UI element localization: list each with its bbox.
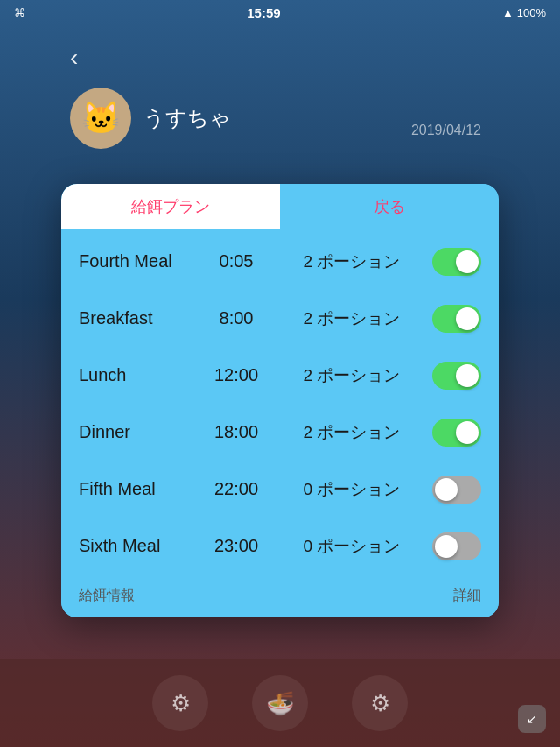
meal-portion-5: 0 ポーション: [271, 535, 432, 558]
meal-name-4: Fifth Meal: [79, 479, 201, 499]
meal-time-0: 0:05: [201, 251, 271, 271]
toggle-knob-0: [456, 250, 479, 273]
camera-icon: ⚙: [171, 690, 191, 717]
meal-list: Fourth Meal 0:05 2 ポーション Breakfast 8:00 …: [61, 229, 499, 578]
status-time: 15:59: [247, 5, 280, 20]
battery-indicator: ▲ 100%: [502, 6, 546, 19]
scroll-indicator: ↙: [518, 705, 546, 733]
tab-camera-button[interactable]: ⚙: [152, 675, 208, 731]
table-row: Fourth Meal 0:05 2 ポーション: [61, 233, 499, 290]
meal-time-2: 12:00: [201, 365, 271, 385]
toggle-knob-5: [435, 535, 458, 558]
status-bar: ⌘ 15:59 ▲ 100%: [0, 0, 560, 25]
pet-name: うすちゃ: [144, 104, 231, 132]
toggle-knob-3: [456, 421, 479, 444]
toggle-knob-4: [435, 478, 458, 501]
bowl-icon: 🍜: [266, 690, 294, 717]
tab-feed-button[interactable]: 🍜: [252, 675, 308, 731]
battery-label: 100%: [517, 6, 546, 19]
tab-back[interactable]: 戻る: [280, 184, 499, 229]
meal-portion-1: 2 ポーション: [271, 307, 432, 330]
meal-name-1: Breakfast: [79, 308, 201, 328]
feeding-plan-modal: 給餌プラン 戻る Fourth Meal 0:05 2 ポーション Breakf…: [61, 184, 499, 617]
meal-name-2: Lunch: [79, 365, 201, 385]
meal-name-3: Dinner: [79, 422, 201, 442]
signal-icon: ▲: [502, 6, 514, 19]
footer-details[interactable]: 詳細: [453, 587, 481, 605]
table-row: Fifth Meal 22:00 0 ポーション: [61, 461, 499, 518]
meal-time-5: 23:00: [201, 536, 271, 556]
meal-toggle-1[interactable]: [432, 305, 481, 333]
toggle-knob-2: [456, 364, 479, 387]
table-row: Sixth Meal 23:00 0 ポーション: [61, 518, 499, 574]
meal-portion-4: 0 ポーション: [271, 478, 432, 501]
back-chevron-icon: ‹: [70, 44, 78, 71]
meal-portion-0: 2 ポーション: [271, 250, 432, 273]
meal-toggle-2[interactable]: [432, 362, 481, 390]
meal-name-0: Fourth Meal: [79, 251, 201, 271]
meal-toggle-0[interactable]: [432, 248, 481, 276]
meal-time-4: 22:00: [201, 479, 271, 499]
table-row: Breakfast 8:00 2 ポーション: [61, 290, 499, 347]
meal-name-5: Sixth Meal: [79, 536, 201, 556]
modal-header: 給餌プラン 戻る: [61, 184, 499, 229]
meal-time-3: 18:00: [201, 422, 271, 442]
meal-toggle-3[interactable]: [432, 419, 481, 447]
wifi-icon: ⌘: [14, 6, 25, 19]
avatar: 🐱: [70, 88, 131, 149]
tab-feeding-plan[interactable]: 給餌プラン: [61, 184, 280, 229]
back-button[interactable]: ‹: [70, 44, 78, 72]
footer-feeding-info[interactable]: 給餌情報: [79, 587, 135, 605]
tab-settings-button[interactable]: ⚙: [352, 675, 408, 731]
tab-bar: ⚙ 🍜 ⚙: [0, 659, 560, 747]
meal-time-1: 8:00: [201, 308, 271, 328]
meal-portion-3: 2 ポーション: [271, 421, 432, 444]
scroll-icon: ↙: [527, 712, 537, 726]
table-row: Dinner 18:00 2 ポーション: [61, 404, 499, 461]
meal-toggle-4[interactable]: [432, 476, 481, 504]
gear-icon: ⚙: [370, 690, 390, 717]
meal-toggle-5[interactable]: [432, 532, 481, 560]
pet-info: 🐱 うすちゃ: [70, 88, 231, 149]
table-row: Lunch 12:00 2 ポーション: [61, 347, 499, 404]
meal-portion-2: 2 ポーション: [271, 364, 432, 387]
toggle-knob-1: [456, 307, 479, 330]
pet-date: 2019/04/12: [411, 123, 481, 138]
modal-footer: 給餌情報 詳細: [61, 578, 499, 617]
